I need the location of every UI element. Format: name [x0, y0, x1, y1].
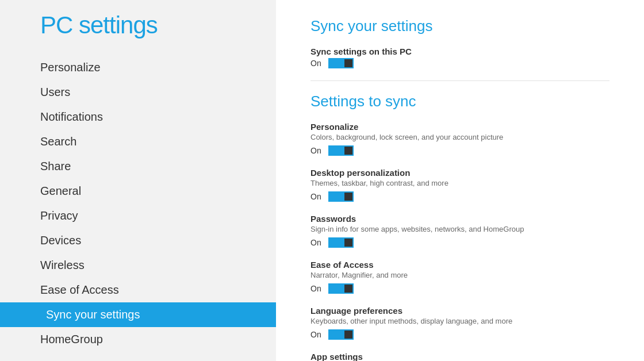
- sync-item-desc-0: Colors, background, lock screen, and you…: [310, 133, 610, 141]
- sync-item-status-0: On: [310, 146, 321, 155]
- sync-on-pc-toggle-row: On: [310, 57, 610, 69]
- sync-item-2: PasswordsSign-in info for some apps, web…: [310, 214, 610, 248]
- sync-item-status-4: On: [310, 330, 321, 339]
- sidebar-item-privacy[interactable]: Privacy: [40, 203, 276, 228]
- sidebar-item-ease-of-access[interactable]: Ease of Access: [40, 278, 276, 302]
- sync-item-4: Language preferencesKeyboards, other inp…: [310, 306, 610, 340]
- nav-list: PersonalizeUsersNotificationsSearchShare…: [40, 55, 276, 352]
- sync-item-label-3: Ease of Access: [310, 260, 610, 270]
- sidebar-item-sync-your-settings[interactable]: Sync your settings: [0, 302, 282, 327]
- sync-item-status-2: On: [310, 238, 321, 247]
- sidebar-item-search[interactable]: Search: [40, 129, 276, 154]
- sync-item-label-4: Language preferences: [310, 306, 610, 316]
- sidebar-item-personalize[interactable]: Personalize: [40, 55, 276, 80]
- toggle-track-3: [328, 283, 354, 294]
- toggle-thumb: [344, 59, 352, 67]
- sync-item-3: Ease of AccessNarrator, Magnifier, and m…: [310, 260, 610, 294]
- sidebar-item-general[interactable]: General: [40, 179, 276, 203]
- sync-item-toggle-1[interactable]: [328, 191, 354, 202]
- sync-item-toggle-row-4: On: [310, 329, 610, 340]
- sync-on-pc-status: On: [310, 59, 321, 68]
- settings-to-sync-title: Settings to sync: [310, 93, 610, 110]
- sync-item-toggle-row-1: On: [310, 191, 610, 202]
- divider: [310, 80, 610, 81]
- sync-item-toggle-row-3: On: [310, 283, 610, 294]
- sync-item-status-3: On: [310, 284, 321, 293]
- sync-item-status-1: On: [310, 192, 321, 201]
- toggle-thumb-3: [344, 285, 352, 293]
- sidebar-item-users[interactable]: Users: [40, 80, 276, 105]
- toggle-thumb-2: [344, 239, 352, 247]
- toggle-track-2: [328, 237, 354, 248]
- sync-section-title: Sync your settings: [310, 17, 610, 35]
- main-content: Sync your settings Sync settings on this…: [276, 0, 644, 361]
- sync-item-desc-4: Keyboards, other input methods, display …: [310, 317, 610, 325]
- sync-item-label-0: Personalize: [310, 122, 610, 132]
- toggle-thumb-1: [344, 193, 352, 201]
- sidebar: PC settings PersonalizeUsersNotification…: [0, 0, 276, 361]
- toggle-track-4: [328, 329, 354, 340]
- sidebar-item-homegroup[interactable]: HomeGroup: [40, 327, 276, 352]
- toggle-thumb-4: [344, 331, 352, 339]
- toggle-track: [328, 58, 354, 68]
- sync-item-desc-2: Sign-in info for some apps, websites, ne…: [310, 225, 610, 233]
- sync-item-toggle-row-0: On: [310, 145, 610, 156]
- sync-item-0: PersonalizeColors, background, lock scre…: [310, 122, 610, 156]
- sync-item-1: Desktop personalizationThemes, taskbar, …: [310, 168, 610, 202]
- sync-on-pc-toggle[interactable]: [328, 57, 354, 69]
- toggle-thumb-0: [344, 147, 352, 155]
- sync-item-toggle-3[interactable]: [328, 283, 354, 294]
- sync-item-toggle-2[interactable]: [328, 237, 354, 248]
- sidebar-item-share[interactable]: Share: [40, 154, 276, 179]
- sync-item-desc-3: Narrator, Magnifier, and more: [310, 271, 610, 279]
- sync-item-5: App settingsCertain app settings and pur…: [310, 352, 610, 361]
- sidebar-item-devices[interactable]: Devices: [40, 228, 276, 253]
- sync-item-toggle-4[interactable]: [328, 329, 354, 340]
- app-title: PC settings: [40, 11, 276, 39]
- sidebar-item-wireless[interactable]: Wireless: [40, 253, 276, 278]
- sync-item-toggle-row-2: On: [310, 237, 610, 248]
- toggle-track-0: [328, 145, 354, 156]
- sync-on-pc-setting: Sync settings on this PC On: [310, 47, 610, 69]
- sync-item-label-5: App settings: [310, 352, 610, 361]
- sidebar-item-notifications[interactable]: Notifications: [40, 105, 276, 129]
- sync-item-desc-1: Themes, taskbar, high contrast, and more: [310, 179, 610, 187]
- toggle-track-1: [328, 191, 354, 202]
- sync-on-pc-label: Sync settings on this PC: [310, 47, 610, 56]
- sync-items-list: PersonalizeColors, background, lock scre…: [310, 122, 610, 361]
- sync-item-toggle-0[interactable]: [328, 145, 354, 156]
- sync-item-label-1: Desktop personalization: [310, 168, 610, 178]
- sync-item-label-2: Passwords: [310, 214, 610, 224]
